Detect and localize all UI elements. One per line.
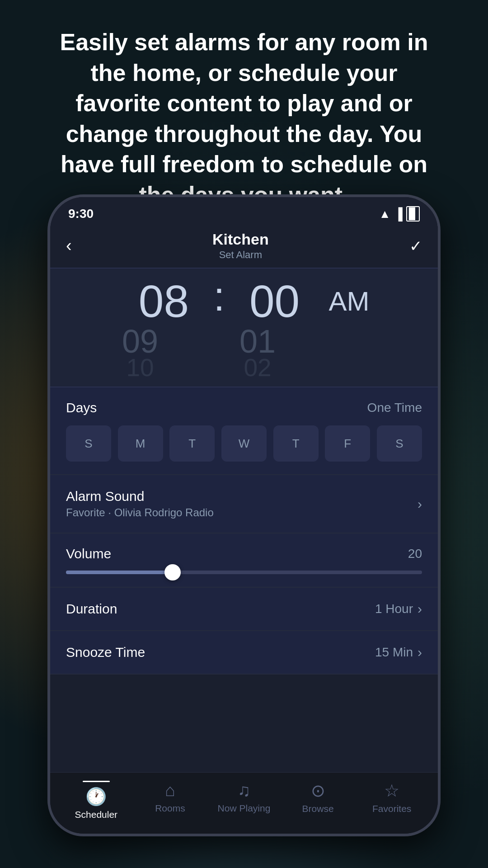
phone-screen: 9:30 ▲ ▐ ▊ ‹ Kitchen Set Alarm ✓ 08 : 00… [50,197,438,834]
time-colon: : [209,274,229,320]
snooze-left: Snooze Time [66,645,375,660]
snooze-chevron: › [418,645,422,660]
nav-favorites-inner: ☆ Favorites [372,781,411,814]
day-thursday[interactable]: T [273,425,319,462]
snooze-row[interactable]: Snooze Time 15 Min › [50,631,438,675]
volume-slider-thumb[interactable] [164,564,181,580]
page-title: Kitchen [212,231,269,248]
duration-left: Duration [66,601,375,617]
duration-value: 1 Hour [375,602,413,616]
alarm-sound-subtitle: Favorite · Olivia Rodrigo Radio [66,506,418,519]
header: ‹ Kitchen Set Alarm ✓ [50,226,438,268]
header-center: Kitchen Set Alarm [212,231,269,261]
page-subtitle: Set Alarm [212,249,269,261]
time-row-after: 10 02 [50,353,438,382]
days-header-row: Days One Time [66,400,422,415]
nav-rooms-inner: ⌂ Rooms [155,781,185,814]
hero-text: Easily set alarms for any room in the ho… [45,27,443,211]
day-saturday[interactable]: S [377,425,422,462]
confirm-button[interactable]: ✓ [409,237,422,255]
time-after-minute: 02 [212,353,303,382]
status-icons: ▲ ▐ ▊ [379,206,420,222]
nav-now-playing-inner: ♫ Now Playing [218,781,271,814]
now-playing-label: Now Playing [218,803,271,814]
alarm-sound-row[interactable]: Alarm Sound Favorite · Olivia Rodrigo Ra… [50,475,438,533]
days-label: Days [66,400,97,415]
nav-active-indicator [83,781,110,782]
alarm-sound-chevron: › [418,496,422,512]
favorites-label: Favorites [372,803,411,814]
time-row-main: 08 : 00 AM [50,275,438,327]
scheduler-icon: 🕐 [85,787,107,807]
alarm-sound-right: › [418,496,422,512]
favorites-icon: ☆ [384,781,399,801]
nav-now-playing[interactable]: ♫ Now Playing [215,781,273,814]
nav-favorites[interactable]: ☆ Favorites [362,781,421,814]
bottom-nav: 🕐 Scheduler ⌂ Rooms ♫ Now Playing ⊙ [50,772,438,834]
now-playing-icon: ♫ [238,781,251,800]
volume-slider[interactable] [66,571,422,574]
time-minute[interactable]: 00 [230,275,320,327]
rooms-label: Rooms [155,803,185,814]
day-wednesday[interactable]: W [221,425,267,462]
settings-content: Days One Time S M T W T F S Alarm Sound … [50,387,438,772]
snooze-label: Snooze Time [66,645,375,660]
browse-label: Browse [302,803,334,814]
nav-scheduler[interactable]: 🕐 Scheduler [67,781,126,820]
volume-value: 20 [408,547,422,561]
days-grid: S M T W T F S [66,425,422,462]
battery-icon: ▊ [406,206,420,222]
nav-browse[interactable]: ⊙ Browse [289,781,347,814]
day-tuesday[interactable]: T [169,425,215,462]
alarm-sound-label: Alarm Sound [66,489,418,504]
time-ampm[interactable]: AM [329,286,370,317]
scheduler-label: Scheduler [75,809,118,820]
duration-right: 1 Hour › [375,601,422,617]
duration-row[interactable]: Duration 1 Hour › [50,588,438,631]
duration-label: Duration [66,601,375,617]
volume-header-row: Volume 20 [66,546,422,561]
days-section: Days One Time S M T W T F S [50,387,438,475]
status-time: 9:30 [68,207,94,221]
volume-label: Volume [66,546,111,561]
day-monday[interactable]: M [118,425,163,462]
nav-browse-inner: ⊙ Browse [302,781,334,814]
day-sunday[interactable]: S [66,425,111,462]
nav-scheduler-inner: 🕐 Scheduler [75,787,118,820]
duration-chevron: › [418,601,422,617]
time-hour[interactable]: 08 [118,275,209,327]
phone-frame: 9:30 ▲ ▐ ▊ ‹ Kitchen Set Alarm ✓ 08 : 00… [47,194,441,836]
time-picker[interactable]: 08 : 00 AM 09 01 10 02 [50,269,438,387]
wifi-icon: ▲ [379,207,391,221]
signal-icon: ▐ [394,207,403,221]
volume-section: Volume 20 [50,533,438,588]
back-button[interactable]: ‹ [66,236,72,255]
rooms-icon: ⌂ [165,781,175,800]
snooze-right: 15 Min › [375,645,422,660]
browse-icon: ⊙ [311,781,325,801]
alarm-sound-left: Alarm Sound Favorite · Olivia Rodrigo Ra… [66,489,418,519]
nav-rooms[interactable]: ⌂ Rooms [141,781,199,814]
days-value: One Time [367,401,422,415]
time-after-hour: 10 [95,353,185,382]
volume-slider-fill [66,571,173,574]
day-friday[interactable]: F [325,425,370,462]
status-bar: 9:30 ▲ ▐ ▊ [50,197,438,226]
snooze-value: 15 Min [375,645,413,660]
